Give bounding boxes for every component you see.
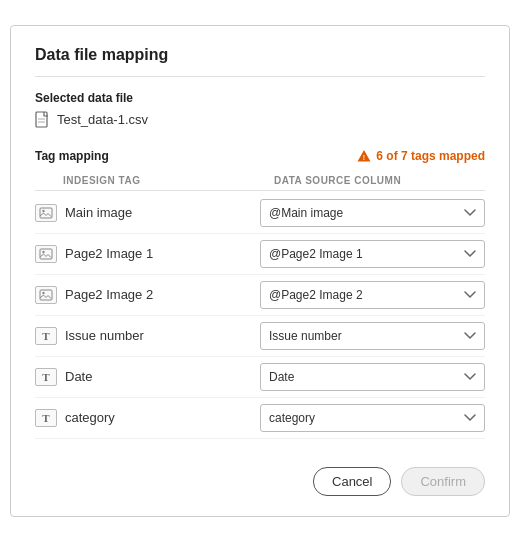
button-row: Cancel Confirm [35,457,485,496]
source-dropdown[interactable]: Issue numberDatecategoryNone [260,363,485,391]
warning-icon: ! [357,149,371,163]
source-dropdown[interactable]: @Main image@Page2 Image 1@Page2 Image 2N… [260,281,485,309]
source-dropdown[interactable]: @Main image@Page2 Image 1@Page2 Image 2N… [260,240,485,268]
table-row: T categoryIssue numberDatecategoryNone [35,398,485,439]
tag-mapping-header: Tag mapping ! 6 of 7 tags mapped [35,149,485,163]
table-row: Main image@Main image@Page2 Image 1@Page… [35,193,485,234]
dialog-title: Data file mapping [35,46,485,77]
col-header-data-source: DATA SOURCE COLUMN [274,175,485,186]
file-row: Test_data-1.csv [35,111,485,133]
tag-name: Issue number [65,328,144,343]
mapping-rows: Main image@Main image@Page2 Image 1@Page… [35,193,485,439]
document-icon [35,111,51,129]
source-cell: @Main image@Page2 Image 1@Page2 Image 2N… [260,281,485,309]
tag-cell: T category [35,409,260,427]
tag-cell: Page2 Image 2 [35,286,260,304]
table-row: T DateIssue numberDatecategoryNone [35,357,485,398]
svg-point-7 [42,250,44,252]
table-row: Page2 Image 1@Main image@Page2 Image 1@P… [35,234,485,275]
tag-cell: Page2 Image 1 [35,245,260,263]
table-header: INDESIGN TAG DATA SOURCE COLUMN [35,171,485,191]
source-cell: Issue numberDatecategoryNone [260,322,485,350]
tag-name: category [65,410,115,425]
image-tag-icon [35,286,57,304]
svg-rect-4 [40,208,52,218]
tag-mapping-section-label: Tag mapping [35,149,109,163]
svg-point-9 [42,291,44,293]
svg-text:T: T [42,330,50,342]
source-dropdown[interactable]: Issue numberDatecategoryNone [260,322,485,350]
svg-text:T: T [42,412,50,424]
table-row: T Issue numberIssue numberDatecategoryNo… [35,316,485,357]
source-cell: Issue numberDatecategoryNone [260,404,485,432]
tag-cell: T Issue number [35,327,260,345]
file-name: Test_data-1.csv [57,112,148,127]
source-cell: @Main image@Page2 Image 1@Page2 Image 2N… [260,240,485,268]
tag-cell: Main image [35,204,260,222]
tag-name: Main image [65,205,132,220]
source-dropdown[interactable]: Issue numberDatecategoryNone [260,404,485,432]
data-file-mapping-dialog: Data file mapping Selected data file Tes… [10,25,510,517]
col-header-indesign-tag: INDESIGN TAG [63,175,274,186]
tag-cell: T Date [35,368,260,386]
warning-text: 6 of 7 tags mapped [376,149,485,163]
tag-name: Page2 Image 1 [65,246,153,261]
table-row: Page2 Image 2@Main image@Page2 Image 1@P… [35,275,485,316]
svg-point-5 [42,209,44,211]
warning-badge: ! 6 of 7 tags mapped [357,149,485,163]
cancel-button[interactable]: Cancel [313,467,391,496]
selected-file-label: Selected data file [35,91,485,105]
svg-rect-8 [40,290,52,300]
tag-name: Date [65,369,92,384]
confirm-button[interactable]: Confirm [401,467,485,496]
text-tag-icon: T [35,368,57,386]
text-tag-icon: T [35,409,57,427]
source-cell: @Main image@Page2 Image 1@Page2 Image 2N… [260,199,485,227]
source-dropdown[interactable]: @Main image@Page2 Image 1@Page2 Image 2N… [260,199,485,227]
svg-text:!: ! [363,154,365,161]
image-tag-icon [35,245,57,263]
svg-text:T: T [42,371,50,383]
image-tag-icon [35,204,57,222]
tag-name: Page2 Image 2 [65,287,153,302]
svg-rect-6 [40,249,52,259]
source-cell: Issue numberDatecategoryNone [260,363,485,391]
text-tag-icon: T [35,327,57,345]
